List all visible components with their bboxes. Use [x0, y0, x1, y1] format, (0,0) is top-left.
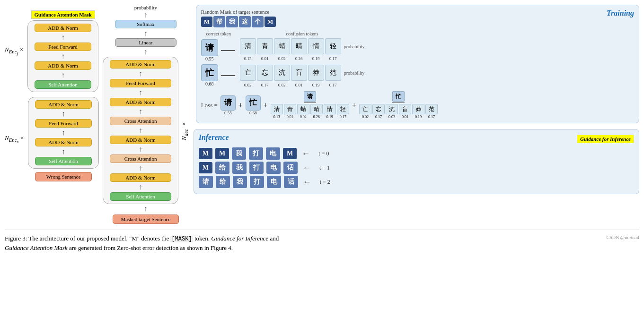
training-token-row: M 帮 我 这 个 M — [201, 16, 276, 27]
caption-text-4: are generated from Zero-shot error detec… — [68, 244, 229, 251]
conf-cell-mang2: 忘 — [257, 65, 273, 81]
conf-cell-mang4: 盲 — [291, 65, 307, 81]
arrow-line-2 — [221, 75, 235, 76]
loss-prob-1: 0.55 — [224, 111, 232, 115]
prob-cell-2-4: 0.01 — [291, 83, 307, 87]
correct-char-2-row: 忙 0.68 — [201, 64, 236, 86]
token-M-1: M — [201, 17, 212, 27]
n-enc-f-label: NEncf × — [5, 46, 24, 56]
masked-target-box: Masked target Sentence — [113, 215, 179, 224]
frac2-den-2: 忘 — [372, 104, 385, 114]
inf-t0-tok1: M — [199, 148, 212, 159]
conf-cell-qing2: 青 — [257, 38, 273, 54]
softmax-arrow: ↑ — [144, 30, 148, 37]
inf-t0-tok3: 我 — [232, 147, 246, 160]
frac2-den: 亡 忘 沆 盲 莽 范 — [359, 104, 438, 114]
prob-cell-2-2: 0.17 — [257, 83, 273, 87]
confusion-prob-row-2: 0.02 0.17 0.02 0.01 0.19 0.17 — [240, 83, 365, 87]
frac1-den-2: 青 — [284, 104, 296, 114]
caption-italic-2: Guidance Attention Mask — [5, 244, 68, 251]
dec-cross-att-2: Cross Attention — [110, 154, 171, 163]
encoders-section: NEncf × Guidance Attention Mask ADD & No… — [5, 9, 99, 181]
inf-t1-label: t = 1 — [319, 164, 330, 172]
loss-formula-row: Loss = 请 0.55 + 忙 0.68 + — [201, 91, 634, 119]
prob-cell-1-4: 0.26 — [291, 56, 307, 61]
dec-add-norm-1: ADD & Norm — [110, 60, 171, 69]
frac2-dp-2: 0.17 — [372, 115, 385, 119]
dec-arrow-4: ↑ — [139, 127, 142, 134]
conf-cell-qing3: 蜻 — [274, 38, 290, 54]
inf-t2-tok6: 话 — [284, 176, 298, 188]
inf-t2-label: t = 2 — [320, 179, 330, 186]
encoder-top-box-wrapper: Guidance Attention Mask ADD & Norm ↑ Fee… — [27, 9, 98, 92]
frac1-den-6: 轻 — [337, 104, 349, 114]
inf-t1-tok1: M — [199, 162, 212, 173]
encoder-top-box: ADD & Norm ↑ Feed Forward ↑ ADD & Norm ↑… — [27, 20, 98, 92]
inf-t2-tok5: 电 — [267, 176, 281, 188]
frac1-dp-6: 0.17 — [337, 115, 349, 119]
frac2-den-4: 盲 — [399, 104, 411, 114]
enc-bot-arrow-1: ↑ — [62, 110, 65, 118]
correct-token-label: correct token — [201, 31, 236, 36]
frac2-den-6: 范 — [425, 104, 438, 114]
inf-t0-tok4: 打 — [249, 147, 263, 160]
loss-char2-col: 忙 0.68 — [246, 95, 261, 115]
n-enc-f-sub: Encf — [9, 49, 18, 54]
inf-t1-arrow: ← — [302, 163, 311, 173]
caption-text-5: . — [231, 244, 233, 251]
dec-arrow-2: ↑ — [139, 89, 142, 96]
inf-t2-arrow: ← — [303, 177, 311, 187]
conf-cell-mang6: 范 — [325, 65, 341, 81]
loss-char-mang: 忙 — [246, 95, 261, 111]
dec-arrow-7: ↑ — [139, 183, 142, 191]
guidance-attention-mask-label: Guidance Attention Mask — [31, 10, 95, 19]
prob-cell-2-5: 0.19 — [308, 83, 324, 87]
dec-self-att: Self Attention — [110, 192, 171, 201]
confusion-tokens-label: confusion tokens — [286, 31, 318, 36]
encoder-bottom-row: NEncs × ADD & Norm ↑ Feed Forward ↑ ADD … — [5, 97, 99, 181]
caption-area: CSDN @iioSnail Figure 3: The architectur… — [5, 230, 639, 253]
arrow-line-1 — [221, 50, 235, 51]
linear-block: Linear — [115, 38, 176, 47]
inference-section: Inference Guidance for Inference M M 我 打… — [194, 129, 639, 194]
frac1-den-probs: 0.13 0.01 0.02 0.26 0.19 0.17 — [271, 115, 349, 119]
prob-label-row2: probability — [344, 70, 365, 76]
prob-cell-1-1: 0.13 — [240, 56, 256, 61]
plus-3: + — [352, 101, 356, 110]
training-title: Training — [607, 9, 634, 17]
frac1-den-5: 情 — [324, 104, 336, 114]
conf-cell-mang3: 沆 — [274, 65, 290, 81]
decoder-box: ADD & Norm ↑ Feed Forward ↑ ADD & Norm ↑… — [103, 57, 178, 204]
prob-cell-2-6: 0.17 — [325, 83, 341, 87]
confusion-tokens-area: confusion tokens 清 青 蜻 晴 情 轻 probab — [240, 31, 365, 87]
correct-tokens-col: correct token 请 0.55 忙 — [201, 31, 236, 86]
enc-bot-add-norm-2: ADD & Norm — [35, 138, 92, 146]
inf-t0-arrow: ← — [301, 149, 310, 159]
frac2-num-char: 忙 — [392, 91, 405, 102]
plus-2: + — [264, 101, 268, 110]
frac2-den-1: 亡 — [359, 104, 371, 114]
main-container: NEncf × Guidance Attention Mask ADD & No… — [5, 5, 639, 253]
frac1-den-3: 蜻 — [297, 104, 309, 114]
frac2-den-probs: 0.02 0.17 0.02 0.01 0.19 0.17 — [359, 115, 438, 119]
frac2-den-5: 莽 — [412, 104, 424, 114]
enc-bot-feed-forward: Feed Forward — [35, 119, 92, 128]
training-section: Random Mask of target sentence M 帮 我 这 个… — [196, 5, 639, 123]
conf-cell-qing6: 轻 — [325, 38, 341, 54]
n-dec-wrapper: ADD & Norm ↑ Feed Forward ↑ ADD & Norm ↑… — [103, 57, 189, 204]
caption-text-1: Figure 3: The architecture of our propos… — [5, 235, 170, 242]
fraction-1: 请 清 青 蜻 晴 情 轻 0.13 0.01 — [271, 91, 349, 119]
prob-cell-1-3: 0.02 — [274, 56, 290, 61]
inference-row-t0: M M 我 打 电 M ← t = 0 — [199, 147, 634, 160]
inf-t0-tok6: M — [283, 148, 297, 159]
enc-bot-add-norm-1: ADD & Norm — [35, 100, 92, 109]
inf-t1-tok2: 给 — [215, 162, 229, 174]
frac2-dp-1: 0.02 — [359, 115, 371, 119]
frac1-num: 请 — [304, 91, 316, 103]
enc-top-arrow-3: ↑ — [61, 71, 65, 79]
enc-bot-arrow-3: ↑ — [62, 148, 65, 155]
caption-text-3: and — [268, 235, 279, 242]
dec-feed-forward: Feed Forward — [110, 79, 171, 87]
conf-cell-qing4: 晴 — [291, 38, 307, 54]
correct-char-1-row: 请 0.55 — [201, 39, 236, 61]
